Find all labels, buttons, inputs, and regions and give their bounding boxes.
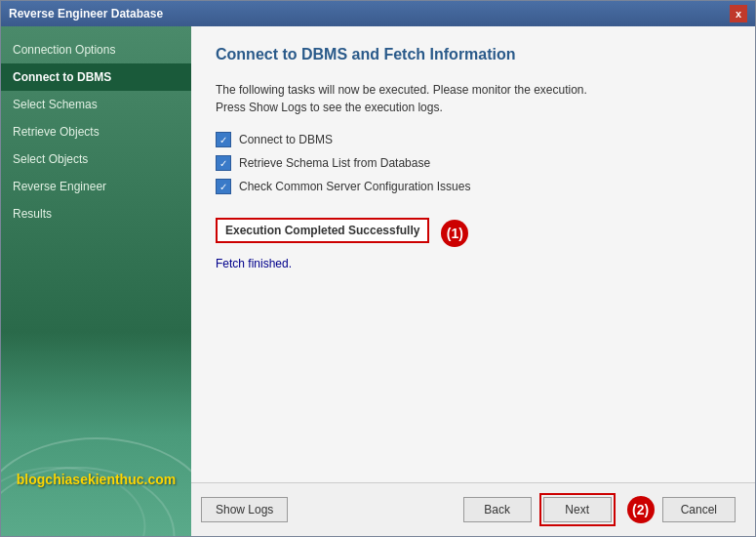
- title-bar: Reverse Engineer Database x: [1, 1, 755, 26]
- main-content: Connect to DBMS and Fetch Information Th…: [191, 26, 755, 482]
- sidebar-item-connection-options[interactable]: Connection Options: [1, 36, 191, 63]
- watermark: blogchiasekienthuc.com: [1, 472, 191, 487]
- page-title: Connect to DBMS and Fetch Information: [216, 46, 731, 63]
- task-item-2: ✓ Retrieve Schema List from Database: [216, 155, 731, 171]
- annotation-1: (1): [441, 220, 468, 247]
- sidebar-item-results[interactable]: Results: [1, 200, 191, 227]
- show-logs-button[interactable]: Show Logs: [201, 497, 288, 522]
- fetch-text: Fetch finished.: [216, 257, 731, 270]
- task-item-3: ✓ Check Common Server Configuration Issu…: [216, 179, 731, 194]
- description: The following tasks will now be executed…: [216, 81, 731, 116]
- execution-row: Execution Completed Successfully (1): [216, 218, 731, 249]
- footer-right: Back Next (2) Cancel: [463, 493, 736, 526]
- sidebar-item-connect-to-dbms[interactable]: Connect to DBMS: [1, 63, 191, 91]
- checkbox-icon-2: ✓: [216, 155, 231, 171]
- close-button[interactable]: x: [730, 5, 747, 22]
- task-list: ✓ Connect to DBMS ✓ Retrieve Schema List…: [216, 132, 731, 202]
- task-item-1: ✓ Connect to DBMS: [216, 132, 731, 147]
- next-button[interactable]: Next: [543, 497, 612, 522]
- cancel-button[interactable]: Cancel: [662, 497, 736, 522]
- sidebar-item-retrieve-objects[interactable]: Retrieve Objects: [1, 118, 191, 145]
- sidebar: Connection Options Connect to DBMS Selec…: [1, 26, 191, 536]
- execution-status: Execution Completed Successfully: [216, 218, 429, 243]
- next-button-wrapper: Next: [539, 493, 616, 526]
- footer: Show Logs Back Next (2) Cancel: [191, 482, 755, 536]
- content-area: Connection Options Connect to DBMS Selec…: [1, 26, 755, 536]
- checkbox-icon-3: ✓: [216, 179, 231, 194]
- checkbox-icon-1: ✓: [216, 132, 231, 147]
- annotation-2: (2): [627, 496, 655, 523]
- sidebar-item-reverse-engineer[interactable]: Reverse Engineer: [1, 173, 191, 200]
- main-window: Reverse Engineer Database x Connection O…: [0, 0, 756, 537]
- window-title: Reverse Engineer Database: [9, 7, 163, 21]
- sidebar-item-select-objects[interactable]: Select Objects: [1, 145, 191, 173]
- sidebar-item-select-schemas[interactable]: Select Schemas: [1, 91, 191, 118]
- back-button[interactable]: Back: [463, 497, 532, 522]
